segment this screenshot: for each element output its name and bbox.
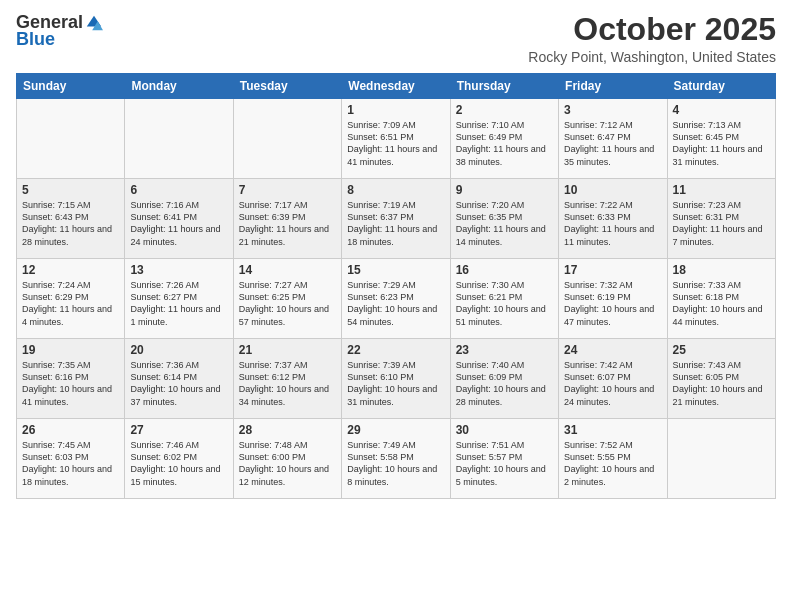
calendar-cell: 20 Sunrise: 7:36 AMSunset: 6:14 PMDaylig… bbox=[125, 339, 233, 419]
day-number: 30 bbox=[456, 423, 553, 437]
calendar-cell bbox=[17, 99, 125, 179]
logo: General Blue bbox=[16, 12, 103, 50]
col-friday: Friday bbox=[559, 74, 667, 99]
logo-icon bbox=[85, 14, 103, 32]
calendar-cell: 24 Sunrise: 7:42 AMSunset: 6:07 PMDaylig… bbox=[559, 339, 667, 419]
day-info: Sunrise: 7:49 AMSunset: 5:58 PMDaylight:… bbox=[347, 439, 444, 488]
day-number: 23 bbox=[456, 343, 553, 357]
calendar-cell: 18 Sunrise: 7:33 AMSunset: 6:18 PMDaylig… bbox=[667, 259, 775, 339]
day-number: 3 bbox=[564, 103, 661, 117]
header: General Blue October 2025 Rocky Point, W… bbox=[16, 12, 776, 65]
calendar-cell: 16 Sunrise: 7:30 AMSunset: 6:21 PMDaylig… bbox=[450, 259, 558, 339]
calendar-cell bbox=[233, 99, 341, 179]
day-info: Sunrise: 7:51 AMSunset: 5:57 PMDaylight:… bbox=[456, 439, 553, 488]
calendar-cell: 9 Sunrise: 7:20 AMSunset: 6:35 PMDayligh… bbox=[450, 179, 558, 259]
calendar-cell: 29 Sunrise: 7:49 AMSunset: 5:58 PMDaylig… bbox=[342, 419, 450, 499]
col-wednesday: Wednesday bbox=[342, 74, 450, 99]
calendar-week-2: 5 Sunrise: 7:15 AMSunset: 6:43 PMDayligh… bbox=[17, 179, 776, 259]
day-number: 11 bbox=[673, 183, 770, 197]
calendar-cell: 13 Sunrise: 7:26 AMSunset: 6:27 PMDaylig… bbox=[125, 259, 233, 339]
calendar-cell: 11 Sunrise: 7:23 AMSunset: 6:31 PMDaylig… bbox=[667, 179, 775, 259]
page: General Blue October 2025 Rocky Point, W… bbox=[0, 0, 792, 612]
day-number: 8 bbox=[347, 183, 444, 197]
calendar-cell: 5 Sunrise: 7:15 AMSunset: 6:43 PMDayligh… bbox=[17, 179, 125, 259]
day-number: 2 bbox=[456, 103, 553, 117]
day-info: Sunrise: 7:45 AMSunset: 6:03 PMDaylight:… bbox=[22, 439, 119, 488]
day-number: 12 bbox=[22, 263, 119, 277]
calendar-header-row: Sunday Monday Tuesday Wednesday Thursday… bbox=[17, 74, 776, 99]
calendar-cell: 1 Sunrise: 7:09 AMSunset: 6:51 PMDayligh… bbox=[342, 99, 450, 179]
day-number: 28 bbox=[239, 423, 336, 437]
day-info: Sunrise: 7:36 AMSunset: 6:14 PMDaylight:… bbox=[130, 359, 227, 408]
col-thursday: Thursday bbox=[450, 74, 558, 99]
calendar-cell bbox=[125, 99, 233, 179]
day-info: Sunrise: 7:40 AMSunset: 6:09 PMDaylight:… bbox=[456, 359, 553, 408]
day-info: Sunrise: 7:12 AMSunset: 6:47 PMDaylight:… bbox=[564, 119, 661, 168]
col-monday: Monday bbox=[125, 74, 233, 99]
calendar-cell: 14 Sunrise: 7:27 AMSunset: 6:25 PMDaylig… bbox=[233, 259, 341, 339]
calendar-cell: 28 Sunrise: 7:48 AMSunset: 6:00 PMDaylig… bbox=[233, 419, 341, 499]
calendar-cell: 17 Sunrise: 7:32 AMSunset: 6:19 PMDaylig… bbox=[559, 259, 667, 339]
calendar-cell: 21 Sunrise: 7:37 AMSunset: 6:12 PMDaylig… bbox=[233, 339, 341, 419]
location: Rocky Point, Washington, United States bbox=[528, 49, 776, 65]
day-number: 25 bbox=[673, 343, 770, 357]
calendar-cell: 31 Sunrise: 7:52 AMSunset: 5:55 PMDaylig… bbox=[559, 419, 667, 499]
col-tuesday: Tuesday bbox=[233, 74, 341, 99]
day-info: Sunrise: 7:35 AMSunset: 6:16 PMDaylight:… bbox=[22, 359, 119, 408]
calendar-cell: 12 Sunrise: 7:24 AMSunset: 6:29 PMDaylig… bbox=[17, 259, 125, 339]
calendar-cell: 4 Sunrise: 7:13 AMSunset: 6:45 PMDayligh… bbox=[667, 99, 775, 179]
calendar-cell: 30 Sunrise: 7:51 AMSunset: 5:57 PMDaylig… bbox=[450, 419, 558, 499]
day-info: Sunrise: 7:26 AMSunset: 6:27 PMDaylight:… bbox=[130, 279, 227, 328]
day-number: 1 bbox=[347, 103, 444, 117]
calendar-cell: 15 Sunrise: 7:29 AMSunset: 6:23 PMDaylig… bbox=[342, 259, 450, 339]
calendar-cell: 8 Sunrise: 7:19 AMSunset: 6:37 PMDayligh… bbox=[342, 179, 450, 259]
day-number: 4 bbox=[673, 103, 770, 117]
day-number: 20 bbox=[130, 343, 227, 357]
day-number: 14 bbox=[239, 263, 336, 277]
day-info: Sunrise: 7:24 AMSunset: 6:29 PMDaylight:… bbox=[22, 279, 119, 328]
day-info: Sunrise: 7:33 AMSunset: 6:18 PMDaylight:… bbox=[673, 279, 770, 328]
calendar-cell: 23 Sunrise: 7:40 AMSunset: 6:09 PMDaylig… bbox=[450, 339, 558, 419]
day-info: Sunrise: 7:16 AMSunset: 6:41 PMDaylight:… bbox=[130, 199, 227, 248]
day-number: 13 bbox=[130, 263, 227, 277]
day-number: 19 bbox=[22, 343, 119, 357]
day-number: 31 bbox=[564, 423, 661, 437]
calendar-week-3: 12 Sunrise: 7:24 AMSunset: 6:29 PMDaylig… bbox=[17, 259, 776, 339]
calendar-cell: 22 Sunrise: 7:39 AMSunset: 6:10 PMDaylig… bbox=[342, 339, 450, 419]
day-info: Sunrise: 7:42 AMSunset: 6:07 PMDaylight:… bbox=[564, 359, 661, 408]
calendar-cell: 2 Sunrise: 7:10 AMSunset: 6:49 PMDayligh… bbox=[450, 99, 558, 179]
calendar-cell: 27 Sunrise: 7:46 AMSunset: 6:02 PMDaylig… bbox=[125, 419, 233, 499]
calendar-cell: 10 Sunrise: 7:22 AMSunset: 6:33 PMDaylig… bbox=[559, 179, 667, 259]
calendar: Sunday Monday Tuesday Wednesday Thursday… bbox=[16, 73, 776, 499]
day-info: Sunrise: 7:19 AMSunset: 6:37 PMDaylight:… bbox=[347, 199, 444, 248]
day-info: Sunrise: 7:23 AMSunset: 6:31 PMDaylight:… bbox=[673, 199, 770, 248]
day-number: 29 bbox=[347, 423, 444, 437]
day-number: 5 bbox=[22, 183, 119, 197]
day-number: 17 bbox=[564, 263, 661, 277]
day-number: 16 bbox=[456, 263, 553, 277]
day-number: 15 bbox=[347, 263, 444, 277]
col-saturday: Saturday bbox=[667, 74, 775, 99]
day-info: Sunrise: 7:32 AMSunset: 6:19 PMDaylight:… bbox=[564, 279, 661, 328]
day-number: 18 bbox=[673, 263, 770, 277]
day-info: Sunrise: 7:27 AMSunset: 6:25 PMDaylight:… bbox=[239, 279, 336, 328]
calendar-cell: 6 Sunrise: 7:16 AMSunset: 6:41 PMDayligh… bbox=[125, 179, 233, 259]
calendar-cell: 7 Sunrise: 7:17 AMSunset: 6:39 PMDayligh… bbox=[233, 179, 341, 259]
day-info: Sunrise: 7:13 AMSunset: 6:45 PMDaylight:… bbox=[673, 119, 770, 168]
day-number: 6 bbox=[130, 183, 227, 197]
day-number: 22 bbox=[347, 343, 444, 357]
day-number: 24 bbox=[564, 343, 661, 357]
calendar-cell: 25 Sunrise: 7:43 AMSunset: 6:05 PMDaylig… bbox=[667, 339, 775, 419]
calendar-cell: 19 Sunrise: 7:35 AMSunset: 6:16 PMDaylig… bbox=[17, 339, 125, 419]
day-number: 27 bbox=[130, 423, 227, 437]
day-number: 26 bbox=[22, 423, 119, 437]
calendar-cell bbox=[667, 419, 775, 499]
calendar-week-5: 26 Sunrise: 7:45 AMSunset: 6:03 PMDaylig… bbox=[17, 419, 776, 499]
month-title: October 2025 bbox=[528, 12, 776, 47]
day-number: 7 bbox=[239, 183, 336, 197]
calendar-cell: 26 Sunrise: 7:45 AMSunset: 6:03 PMDaylig… bbox=[17, 419, 125, 499]
day-number: 21 bbox=[239, 343, 336, 357]
day-info: Sunrise: 7:17 AMSunset: 6:39 PMDaylight:… bbox=[239, 199, 336, 248]
day-number: 9 bbox=[456, 183, 553, 197]
day-info: Sunrise: 7:09 AMSunset: 6:51 PMDaylight:… bbox=[347, 119, 444, 168]
